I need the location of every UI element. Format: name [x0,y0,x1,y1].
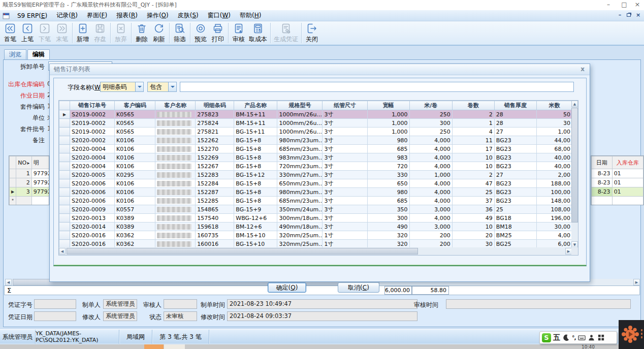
minimize-icon[interactable]: – [602,0,615,10]
audit-button[interactable]: 审核 [230,22,247,44]
menu-window[interactable]: 窗口(W) [203,10,235,21]
close-icon[interactable]: × [631,0,644,10]
scroll-right-icon[interactable]: ▶ [633,279,640,285]
user-icon[interactable] [588,334,595,341]
next-record-button[interactable]: 下笔 [36,22,53,44]
toolbar-separator [228,23,229,43]
refresh-button[interactable]: 刷新 [150,22,168,44]
detail-grid-right[interactable]: 日期 入库仓库 8-2301 8-2301 8-2301 [591,155,644,205]
orders-table[interactable]: 销售订单号客户编码客户名称明细条码产品名称规格型号纸管尺寸宽幅米/卷卷数销售厚度… [59,101,572,248]
scroll-up-icon[interactable]: ▲ [571,101,578,107]
save-icon [94,22,106,35]
menu-skin[interactable]: 皮肤(S) [173,10,203,21]
field-label-disassembly-no: 拆卸单号 [1,62,45,71]
grid-new-row[interactable]: * [10,197,50,206]
grid-row[interactable]: 8-2301 [592,178,643,187]
wubi-mode-icon[interactable]: 五 [553,333,560,342]
mdi-minimize-icon[interactable]: – [616,12,624,19]
cancel-button[interactable]: 取消(C) [338,282,379,293]
maximize-icon[interactable]: □ [618,0,631,10]
print-button[interactable]: 打印 [209,22,227,44]
table-row[interactable]: S2020-0006K0106152284BG-15+8650mm/23um..… [59,179,572,188]
tab-browse[interactable]: 浏览 [4,49,26,59]
chevron-down-icon[interactable] [135,82,143,91]
chevron-down-icon[interactable] [168,82,176,91]
table-row[interactable]: S2020-0004K0106152267BG-15+8720mm/23um..… [59,162,572,171]
table-h-scrollbar[interactable]: ◀ ▶ [59,247,572,255]
detail-grid-left[interactable]: NO➤ 明 197792 297792 ▶397792 * [9,155,49,205]
get-cost-button[interactable]: 取成本 [247,22,269,44]
discard-button[interactable]: 放弃 [112,22,130,44]
table-row[interactable]: S2020-0006K0106152285BG-15+8685mm/23um..… [59,197,572,205]
table-row[interactable]: S2020-0016K0362160735BM-15+10320mm/25um.… [59,231,572,240]
table-row[interactable]: S2019-0002K0565275824BM-15+111000mm/26u.… [59,119,572,128]
field-select[interactable]: 明细条码 [100,82,144,92]
table-row[interactable]: S2020-0002K0106152262BG-15+8980mm/23um..… [59,136,572,145]
menu-operations[interactable]: 操作(O) [142,10,173,21]
prev-record-button[interactable]: 上笔 [19,22,36,44]
create-time-label: 制单时间 [193,301,225,309]
ok-button[interactable]: 确定(Q) [268,282,306,293]
menu-reports[interactable]: 报表(R) [112,10,142,21]
tools-grid-icon[interactable] [597,334,605,341]
scroll-left-icon[interactable]: ◀ [5,279,12,285]
drag-handle-icon[interactable] [641,329,642,340]
last-record-button[interactable]: 末笔 [53,22,71,44]
generate-voucher-button[interactable]: 生成凭证 [272,22,300,44]
taskbar-active-app[interactable] [144,344,164,349]
sum-row: Σ 6,000.00 58.80 [4,285,640,295]
mdi-close-icon[interactable]: × [634,12,642,19]
operator-select[interactable]: 包含 [147,82,177,92]
grid-row-selected[interactable]: 8-2301 [592,187,643,197]
close-form-button[interactable]: 关闭 [303,22,320,44]
table-v-scrollbar[interactable]: ▲ ▼ [571,101,578,248]
preview-button[interactable]: 预览 [192,22,209,44]
voucher-date-field[interactable] [34,311,76,321]
delete-button[interactable]: 删除 [133,22,150,44]
keyboard-icon[interactable] [578,334,586,341]
sogou-logo-icon[interactable]: S [542,333,551,342]
filter-button[interactable]: 筛选 [171,22,188,44]
grid-row[interactable]: 297792 [10,178,50,187]
voucher-no-field[interactable] [34,299,76,309]
filter-input[interactable] [180,82,574,92]
modify-time-label: 修改时间 [193,313,225,322]
grid-new-row[interactable] [592,197,643,206]
moon-icon[interactable] [562,334,570,341]
table-row[interactable]: S2020-0014K0389159618BM-12+6490mm/18um..… [59,223,572,231]
table-row[interactable]: S2020-0009K0557154865BG-15+9350mm/24um..… [59,205,572,214]
first-record-button[interactable]: 首笔 [2,22,19,44]
menu-s9erp[interactable]: S9 ERP(E) [13,11,52,20]
table-row[interactable]: S2020-0005K0295152283BG-15+12330mm/27um.… [59,171,572,179]
table-row[interactable]: S2020-0004K0106152270BG-15+8685mm/23um..… [59,145,572,153]
grid-row[interactable]: 8-2301 [592,169,643,178]
auditor-label: 审核人 [132,301,162,309]
grid-date-header: 日期 [592,156,613,169]
table-row[interactable]: S2020-0013K0389157540WBG-12+6300mm/18um.… [59,214,572,223]
punctuation-icon[interactable]: °, [572,334,576,341]
redacted-text [157,198,191,204]
tab-edit[interactable]: 编辑 [27,49,50,59]
scroll-thumb[interactable] [571,108,578,223]
taskbar-app[interactable] [164,344,185,349]
table-row[interactable]: S2020-0016K0362160016BG-15+10320mm/25um.… [59,240,572,248]
grid-row[interactable]: 197792 [10,169,50,178]
grid-row-selected[interactable]: ▶397792 [10,187,50,197]
menu-interface[interactable]: 界面(F) [82,10,112,21]
menu-records[interactable]: 记录(R) [52,10,82,21]
table-row[interactable]: S2020-0006K0106152287BG-15+8980mm/23um..… [59,188,572,197]
mdi-restore-icon[interactable] [624,12,633,19]
table-row[interactable]: S2020-0004K0106152269BG-15+8983mm/23um..… [59,153,572,162]
table-row[interactable]: ▶S2019-0002K0565275823BM-15+111000mm/26u… [59,110,572,119]
menu-help[interactable]: 帮助(H) [235,10,266,21]
dialog-close-icon[interactable]: x [578,65,587,73]
window-titlebar: 顺景S9智能ERP管理平台 - 广东顺景软件科技有限公司_QJY - [拆卸单]… [0,0,644,10]
grid-detail-header: 明 [31,156,49,169]
scroll-left-icon[interactable]: ◀ [59,248,66,255]
table-row[interactable]: S2019-0002K0565275821BG-15+111000mm/26u.… [59,128,572,136]
scroll-thumb[interactable] [67,248,418,255]
screen-overlay-widget[interactable] [619,320,644,349]
exit-icon [306,22,318,35]
save-button[interactable]: 存盘 [91,22,109,44]
add-button[interactable]: 新增 [74,22,91,44]
